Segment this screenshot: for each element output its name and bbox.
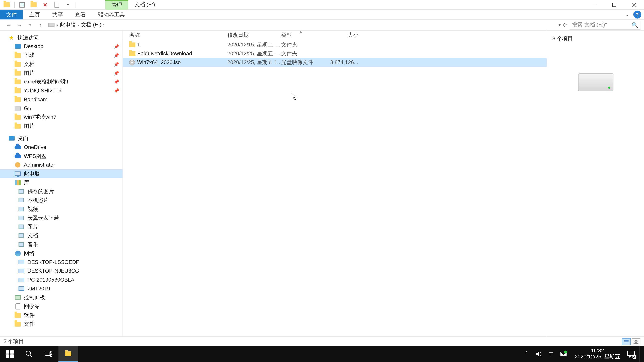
- sidebar-item[interactable]: 天翼云盘下载: [0, 214, 122, 222]
- taskbar-clock[interactable]: 16:32 2020/12/25, 星期五: [572, 348, 623, 360]
- sidebar-item[interactable]: excel表格制作求和📌: [0, 77, 122, 86]
- sidebar-item[interactable]: 文件: [0, 320, 122, 329]
- sidebar-item[interactable]: 文档📌: [0, 60, 122, 68]
- tree-desktop-root[interactable]: 桌面: [0, 134, 122, 143]
- sidebar-item[interactable]: 控制面板: [0, 293, 122, 302]
- chevron-right-icon[interactable]: ›: [57, 23, 58, 27]
- file-list[interactable]: ▲ 名称 修改日期 类型 大小 12020/12/15, 星期二 1...文件夹…: [123, 30, 547, 346]
- chevron-right-icon[interactable]: ›: [78, 23, 79, 27]
- nav-recent-dropdown[interactable]: ▾: [25, 19, 36, 30]
- file-name: 1: [137, 41, 228, 48]
- sidebar-item[interactable]: 文档: [0, 231, 122, 240]
- cloud-icon: [14, 152, 21, 160]
- tree-label: OneDrive: [24, 144, 46, 150]
- show-desktop-button[interactable]: [640, 346, 642, 362]
- qat-properties-icon[interactable]: [17, 0, 27, 9]
- file-row[interactable]: Win7x64_2020.iso2020/12/25, 星期五 1...光盘映像…: [123, 58, 547, 67]
- sidebar-item[interactable]: Bandicam: [0, 95, 122, 104]
- sidebar-item[interactable]: G:\: [0, 104, 122, 113]
- sort-indicator-icon: ▲: [299, 30, 302, 34]
- close-button[interactable]: [624, 0, 644, 9]
- file-row[interactable]: BaiduNetdiskDownload2020/12/25, 星期五 1...…: [123, 49, 547, 58]
- sidebar-item[interactable]: 回收站: [0, 302, 122, 311]
- sidebar-item[interactable]: Desktop📌: [0, 42, 122, 51]
- sidebar-item[interactable]: DESKTOP-NJEU3CG: [0, 267, 122, 275]
- file-date: 2020/12/25, 星期五 1...: [228, 58, 282, 66]
- chevron-right-icon[interactable]: ›: [103, 23, 105, 27]
- volume-icon[interactable]: [535, 350, 543, 358]
- ribbon-tab-share[interactable]: 共享: [46, 10, 69, 19]
- details-pane-title: 3 个项目: [552, 35, 639, 42]
- tree-label: 文档: [28, 232, 38, 239]
- help-icon[interactable]: ?: [634, 10, 641, 18]
- tree-network[interactable]: 网络: [0, 249, 122, 258]
- sidebar-item[interactable]: 保存的图片: [0, 187, 122, 196]
- taskbar[interactable]: ˄ 中 16:32 2020/12/25, 星期五 3: [0, 346, 644, 362]
- ribbon-tab-home[interactable]: 主页: [23, 10, 46, 19]
- address-dropdown-icon[interactable]: ▾: [559, 23, 561, 27]
- sidebar-item[interactable]: 图片: [0, 121, 122, 130]
- ime-indicator[interactable]: 中: [547, 350, 555, 358]
- sidebar-item[interactable]: 下载📌: [0, 51, 122, 60]
- app-icon[interactable]: [2, 0, 12, 9]
- refresh-icon[interactable]: ⟳: [563, 22, 567, 28]
- sidebar-item[interactable]: Administrator: [0, 160, 122, 169]
- sidebar-item[interactable]: 图片: [0, 222, 122, 231]
- search-icon[interactable]: 🔍: [632, 22, 638, 28]
- search-button[interactable]: [20, 346, 39, 362]
- qat-dropdown-icon[interactable]: ▾: [63, 0, 73, 9]
- sidebar-item[interactable]: PC-20190530OBLA: [0, 275, 122, 284]
- sidebar-item[interactable]: 此电脑: [0, 169, 122, 178]
- tray-overflow-icon[interactable]: ˄: [522, 350, 530, 358]
- ribbon-tab-file[interactable]: 文件: [0, 10, 23, 19]
- pin-icon: 📌: [114, 70, 119, 75]
- file-row[interactable]: 12020/12/15, 星期二 1...文件夹: [123, 40, 547, 49]
- breadcrumb-segment[interactable]: 文档 (E:): [81, 21, 102, 29]
- column-date[interactable]: 修改日期: [228, 31, 282, 39]
- sidebar-item[interactable]: 软件: [0, 311, 122, 320]
- qat-delete-icon[interactable]: ✕: [40, 0, 50, 9]
- tree-quick-access[interactable]: ★ 快速访问: [0, 33, 122, 42]
- nav-forward-button[interactable]: →: [14, 19, 25, 30]
- system-tray[interactable]: ˄ 中 16:32 2020/12/25, 星期五 3: [522, 346, 644, 362]
- column-name[interactable]: 名称: [129, 31, 227, 39]
- sidebar-item[interactable]: 音乐: [0, 240, 122, 249]
- sidebar-item[interactable]: OneDrive: [0, 143, 122, 152]
- action-center-icon[interactable]: 3: [627, 350, 635, 358]
- column-size[interactable]: 大小: [326, 31, 361, 39]
- clock-date: 2020/12/25, 星期五: [575, 354, 620, 360]
- view-details-button[interactable]: [622, 338, 631, 345]
- sidebar-item[interactable]: win7重装win7: [0, 113, 122, 122]
- sidebar-item[interactable]: 库: [0, 178, 122, 187]
- ribbon-expand-icon[interactable]: ⌄: [620, 10, 634, 19]
- ribbon-tab-drive-tools[interactable]: 驱动器工具: [92, 10, 131, 19]
- qat-new-folder-icon[interactable]: [29, 0, 38, 9]
- breadcrumb[interactable]: › 此电脑 › 文档 (E:) ›: [48, 21, 559, 29]
- column-headers[interactable]: ▲ 名称 修改日期 类型 大小: [123, 30, 547, 40]
- tree-label: Bandicam: [24, 96, 48, 103]
- sidebar-item[interactable]: 视频: [0, 205, 122, 214]
- sidebar-item[interactable]: DESKTOP-LSSOEDP: [0, 258, 122, 267]
- search-input[interactable]: 搜索"文档 (E:)" 🔍: [570, 21, 640, 29]
- contextual-tab-manage[interactable]: 管理: [105, 0, 128, 9]
- nav-back-button[interactable]: ←: [4, 19, 14, 30]
- minimize-button[interactable]: [584, 0, 604, 9]
- view-large-icons-button[interactable]: [632, 338, 640, 345]
- sidebar-item[interactable]: 图片📌: [0, 68, 122, 77]
- start-button[interactable]: [0, 346, 20, 362]
- sidebar-item[interactable]: YUNQISHI2019📌: [0, 86, 122, 95]
- taskbar-app-explorer[interactable]: [58, 346, 78, 362]
- nav-up-button[interactable]: ↑: [36, 19, 46, 30]
- sidebar-item[interactable]: ZMT2019: [0, 284, 122, 293]
- ribbon-tab-view[interactable]: 查看: [69, 10, 92, 19]
- tray-app-icon[interactable]: [560, 350, 568, 358]
- task-view-button[interactable]: [39, 346, 58, 362]
- breadcrumb-segment[interactable]: 此电脑: [60, 21, 76, 29]
- maximize-button[interactable]: [604, 0, 624, 9]
- sidebar-item[interactable]: 本机照片: [0, 196, 122, 205]
- sidebar-item[interactable]: WPS网盘: [0, 152, 122, 161]
- navigation-pane[interactable]: ★ 快速访问 Desktop📌下载📌文档📌图片📌excel表格制作求和📌YUNQ…: [0, 30, 123, 346]
- network-icon: [14, 250, 21, 257]
- column-type[interactable]: 类型: [281, 31, 326, 39]
- qat-rename-icon[interactable]: [52, 0, 62, 9]
